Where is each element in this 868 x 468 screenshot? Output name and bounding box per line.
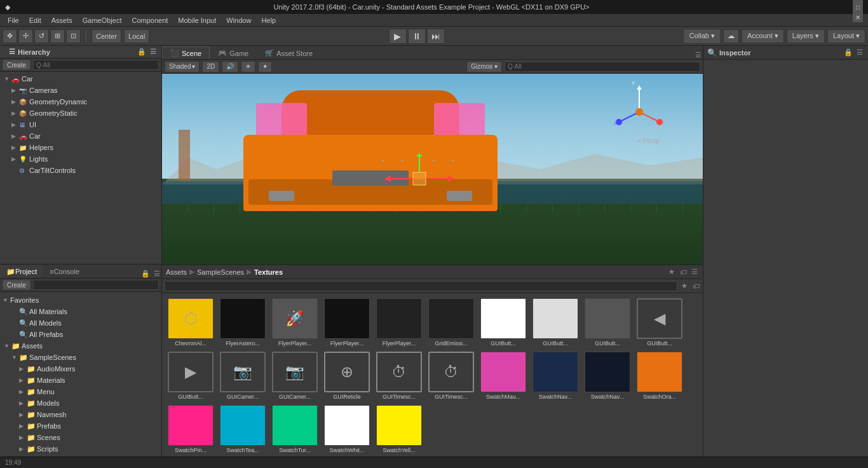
project-tree-item-11[interactable]: ▶📁Scenes	[0, 432, 161, 443]
hierarchy-create-button[interactable]: Create	[3, 60, 31, 70]
asset-item-9[interactable]: ◀GUIButt...	[635, 297, 684, 348]
collab-button[interactable]: Collab ▾	[684, 29, 721, 43]
menu-item-help[interactable]: Help	[256, 15, 281, 25]
project-lock-icon[interactable]: 🔒	[141, 269, 150, 278]
hierarchy-item-ui[interactable]: ▶🖥UI	[0, 119, 161, 130]
effects-button[interactable]: ✦	[258, 61, 272, 72]
menu-item-assets[interactable]: Assets	[46, 15, 78, 25]
asset-store-tab[interactable]: 🛒 Asset Store	[257, 46, 321, 59]
asset-item-24[interactable]: SwatchYell...	[374, 404, 424, 455]
asset-search-star[interactable]: ★	[680, 282, 689, 291]
rotate-tool-button[interactable]: ↺	[34, 29, 49, 43]
asset-item-13[interactable]: ⊕GUIReticle	[322, 350, 372, 401]
asset-item-10[interactable]: ▶GUIButt...	[166, 350, 215, 401]
hierarchy-item-cameras[interactable]: ▶📷Cameras	[0, 85, 161, 96]
step-button[interactable]: ⏭	[427, 29, 445, 44]
asset-item-0[interactable]: ⬡ChevronAl...	[166, 297, 215, 348]
local-button[interactable]: Local	[124, 29, 149, 43]
asset-item-7[interactable]: GUIButt...	[531, 297, 580, 348]
asset-star-icon[interactable]: ★	[667, 268, 676, 277]
project-tree-item-7[interactable]: ▶📁Menu	[0, 386, 161, 397]
asset-item-12[interactable]: 📷GUICamer...	[270, 350, 320, 401]
asset-item-20[interactable]: SwatchPin...	[166, 404, 215, 455]
project-tree-item-0[interactable]: 🔍All Materials	[0, 306, 161, 317]
gizmos-button[interactable]: Gizmos ▾	[466, 61, 502, 72]
hierarchy-tab[interactable]: ☰ Hierarchy	[4, 46, 55, 57]
cloud-button[interactable]: ☁	[723, 29, 739, 43]
scene-viewport[interactable]: + + + + Y	[162, 74, 703, 265]
account-button[interactable]: Account ▾	[742, 29, 784, 43]
menu-item-gameobject[interactable]: GameObject	[78, 15, 127, 25]
hand-tool-button[interactable]: ✥	[3, 29, 17, 43]
hierarchy-item-helpers[interactable]: ▶📁Helpers	[0, 142, 161, 153]
asset-search-tag[interactable]: 🏷	[691, 282, 700, 291]
inspector-menu-icon[interactable]: ☰	[855, 48, 864, 57]
asset-item-15[interactable]: ⏱GUITimesc...	[426, 350, 476, 401]
hierarchy-item-cartiltcontrols[interactable]: ⚙CarTiltControls	[0, 165, 161, 176]
lighting-button[interactable]: ☀	[241, 61, 255, 72]
menu-item-component[interactable]: Component	[126, 15, 173, 25]
scale-tool-button[interactable]: ⊞	[50, 29, 65, 43]
project-tree-item-6[interactable]: ▶📁Materials	[0, 375, 161, 386]
asset-label-icon[interactable]: 🏷	[679, 268, 688, 277]
project-tree-item-3[interactable]: ▼📁Assets	[0, 340, 161, 352]
move-tool-button[interactable]: ✢	[18, 29, 33, 43]
project-search-input[interactable]	[33, 280, 159, 290]
hierarchy-item-geometry-dynamic[interactable]: ▶📦GeometryDynamic	[0, 96, 161, 107]
project-tree-item-10[interactable]: ▶📁Prefabs	[0, 420, 161, 432]
asset-item-21[interactable]: SwatchTea...	[218, 404, 268, 455]
play-button[interactable]: ▶	[389, 29, 407, 44]
2d-button[interactable]: 2D	[202, 61, 219, 72]
asset-item-14[interactable]: ⏱GUITimesc...	[374, 350, 424, 401]
asset-item-16[interactable]: SwatchMau...	[478, 350, 528, 401]
asset-item-22[interactable]: SwatchTur...	[270, 404, 320, 455]
asset-item-19[interactable]: SwatchOra...	[635, 350, 684, 401]
asset-item-8[interactable]: GUIButt...	[583, 297, 632, 348]
menu-item-edit[interactable]: Edit	[24, 15, 46, 25]
asset-item-4[interactable]: FlyerPlayer...	[374, 297, 424, 348]
project-tree-item-12[interactable]: ▶📁Scripts	[0, 443, 161, 455]
game-tab[interactable]: 🎮 Game	[210, 46, 257, 59]
hierarchy-lock-icon[interactable]: 🔒	[137, 48, 146, 57]
hierarchy-item-lights[interactable]: ▶💡Lights	[0, 153, 161, 165]
project-tree-item-1[interactable]: 🔍All Models	[0, 317, 161, 329]
hierarchy-menu-icon[interactable]: ☰	[149, 48, 158, 57]
scene-search-input[interactable]	[505, 62, 700, 72]
layers-button[interactable]: Layers ▾	[787, 29, 825, 43]
menu-item-file[interactable]: File	[3, 15, 24, 25]
scene-tab[interactable]: ⬛ Scene	[162, 46, 210, 59]
project-tree-item-8[interactable]: ▶📁Models	[0, 397, 161, 409]
maximize-button[interactable]: □	[853, 2, 863, 12]
asset-item-5[interactable]: GridEmissi...	[426, 297, 476, 348]
project-menu-icon[interactable]: ☰	[153, 269, 161, 278]
menu-item-window[interactable]: Window	[221, 15, 256, 25]
hierarchy-item-car[interactable]: ▼🚗Car	[0, 73, 161, 85]
close-button[interactable]: ✕	[853, 12, 863, 22]
audio-button[interactable]: 🔊	[222, 61, 238, 72]
rect-tool-button[interactable]: ⊡	[66, 29, 81, 43]
pause-button[interactable]: ⏸	[408, 29, 426, 44]
asset-item-18[interactable]: SwatchNav...	[583, 350, 632, 401]
menu-item-mobile input[interactable]: Mobile Input	[173, 15, 221, 25]
console-tab[interactable]: ≡ Console	[43, 265, 86, 278]
project-tree-item-5[interactable]: ▶📁AudioMixers	[0, 363, 161, 375]
project-tab[interactable]: 📁 Project	[0, 265, 43, 278]
scene-menu-icon[interactable]: ☰	[694, 50, 703, 59]
layout-button[interactable]: Layout ▾	[827, 29, 865, 43]
asset-search-input[interactable]	[165, 281, 677, 291]
asset-menu-icon[interactable]: ☰	[690, 268, 699, 277]
center-button[interactable]: Center	[92, 29, 121, 43]
project-tree-item-2[interactable]: 🔍All Prefabs	[0, 329, 161, 340]
asset-item-3[interactable]: FlyerPlayer...	[322, 297, 372, 348]
asset-item-17[interactable]: SwatchNav...	[531, 350, 580, 401]
project-tree-item-4[interactable]: ▼📁SampleScenes	[0, 352, 161, 363]
shaded-button[interactable]: Shaded ▾	[165, 61, 200, 72]
hierarchy-search-input[interactable]	[33, 60, 159, 70]
asset-item-1[interactable]: FlyerAstero...	[218, 297, 268, 348]
project-create-button[interactable]: Create	[3, 280, 31, 290]
hierarchy-item-geometry-static[interactable]: ▶📦GeometryStatic	[0, 107, 161, 119]
asset-item-6[interactable]: GUIButt...	[478, 297, 528, 348]
hierarchy-item-car-child[interactable]: ▶🚗Car	[0, 130, 161, 142]
asset-item-11[interactable]: 📷GUICamer...	[218, 350, 268, 401]
inspector-lock-icon[interactable]: 🔒	[844, 48, 853, 57]
